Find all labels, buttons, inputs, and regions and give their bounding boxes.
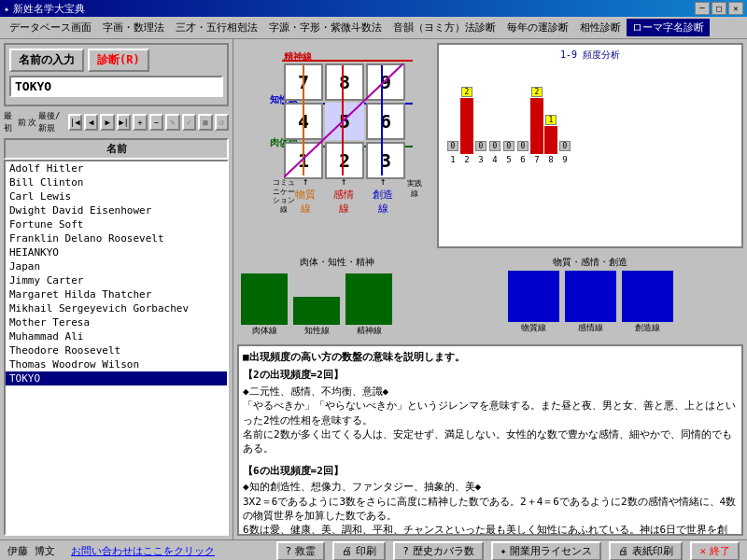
stop-button[interactable]: ■: [198, 114, 212, 131]
list-item[interactable]: Theodore Roosevelt: [6, 343, 227, 357]
title-buttons: ─ □ ✕: [695, 2, 743, 15]
next-button[interactable]: ▶: [100, 114, 114, 131]
bar-label-3: 3: [478, 155, 483, 164]
status-name: 伊藤 博文: [7, 544, 63, 558]
add-button[interactable]: +: [133, 114, 147, 131]
grid-cell-3: 3: [366, 142, 405, 179]
list-item[interactable]: Adolf Hitler: [6, 161, 227, 175]
green-bars-content: 肉体線 知性線 精神線: [241, 271, 433, 341]
blue-bar-souzou-bar: [622, 271, 673, 322]
blue-bar-kanjou-bar: [565, 271, 616, 322]
bar-group-9: 0 9: [558, 141, 571, 164]
menu-three-talents[interactable]: 三才・五行相剋法: [170, 19, 263, 36]
text-section-2-heading: 【6の出現頻度=2回】: [243, 464, 738, 478]
business-button[interactable]: ✦ 開業用ライセンス: [491, 541, 602, 560]
green-bar-chisei-label: 知性線: [304, 325, 330, 337]
grid-cell-6: 6: [366, 103, 405, 140]
list-item[interactable]: Bill Clinton: [6, 175, 227, 189]
help-button[interactable]: ? 救霊: [276, 541, 326, 560]
list-item[interactable]: Muhammad Ali: [6, 329, 227, 343]
bar-group-3: 0 3: [474, 141, 487, 164]
busshitsu-bottom: ↑ 物質線: [295, 175, 316, 216]
list-item[interactable]: Dwight David Eisenhower: [6, 203, 227, 217]
green-bar-nikutai: 肉体線: [241, 273, 288, 337]
list-item[interactable]: Carl Lewis: [6, 189, 227, 203]
menu-yearly[interactable]: 毎年の運診断: [501, 19, 574, 36]
list-item[interactable]: Thomas Woodrow Wilson: [6, 357, 227, 371]
end-button[interactable]: ✕ 終了: [690, 541, 740, 560]
minimize-button[interactable]: ─: [695, 2, 710, 15]
list-item[interactable]: Mikhail Sergeyevich Gorbachev: [6, 301, 227, 315]
print2-button[interactable]: 🖨 印刷: [332, 541, 386, 560]
bar-8: [544, 126, 557, 154]
name-list[interactable]: Adolf Hitler Bill Clinton Carl Lewis Dwi…: [4, 160, 229, 536]
text-section-2-content: ◆知的創造性、想像力、ファンタジー、抽象的、美◆ 3X2＝6であるように3数をさ…: [243, 480, 738, 536]
last-button[interactable]: ▶|: [117, 114, 131, 131]
text-area[interactable]: ■出現頻度の高い方の数盤の意味を説明します。 【2の出現頻度=2回】 ◆二元性、…: [237, 344, 743, 536]
print2-icon: 🖨: [342, 545, 352, 557]
first-button[interactable]: |◀: [68, 114, 82, 131]
blue-bars-section: 物質・感情・創造 物質線 感情線 創造線: [437, 252, 743, 341]
status-bar: 伊藤 博文 お問い合わせはここをクリック ? 救霊 🖨 印刷 ? 歴史カバラ数 …: [0, 539, 747, 560]
bar-label-6: 6: [520, 155, 525, 164]
menu-database[interactable]: データベース画面: [4, 19, 97, 36]
end-label: 終了: [710, 544, 730, 558]
bar-4: [488, 152, 501, 154]
name-input[interactable]: [9, 76, 223, 97]
prev-button[interactable]: ◀: [84, 114, 98, 131]
diagnose-button[interactable]: 診断(R): [88, 49, 149, 72]
number-grid-section: 精神線 知性線 肉体線 7 8 9 4 5 6 1 2: [237, 43, 433, 248]
main-content: 名前の入力 診断(R) 最初 前 次 最後/新規 |◀ ◀ ▶ ▶| + − ✎…: [0, 39, 747, 539]
green-bar-nikutai-bar: [241, 273, 288, 325]
business-label: 開業用ライセンス: [510, 544, 592, 558]
delete-button[interactable]: −: [149, 114, 163, 131]
blue-bars-content: 物質線 感情線 創造線: [441, 271, 740, 338]
grid-cell-9: 9: [366, 63, 405, 101]
list-item-selected[interactable]: TOKYO: [6, 371, 227, 385]
menu-kanji[interactable]: 字源・字形・紫微斗数法: [263, 19, 388, 36]
list-item[interactable]: Japan: [6, 259, 227, 273]
souzou-vline: [381, 65, 383, 175]
menu-compatibility[interactable]: 相性診断: [574, 19, 627, 36]
bar-chart: 0 1 2 2 0 3: [443, 63, 738, 166]
history-button[interactable]: ? 歴史カバラ数: [393, 541, 484, 560]
grid-cell-5-center: 5: [325, 103, 364, 140]
list-item[interactable]: HEIANKYO: [6, 245, 227, 259]
list-item[interactable]: Mother Teresa: [6, 315, 227, 329]
menu-strokes[interactable]: 字画・数理法: [97, 19, 170, 36]
input-section: 名前の入力 診断(R): [4, 43, 229, 106]
print-button[interactable]: 🖨 表紙印刷: [609, 541, 683, 560]
bar-value-5: 0: [503, 141, 514, 151]
text-section-1-heading: 【2の出現頻度=2回】: [243, 368, 738, 382]
history-icon: ?: [402, 545, 409, 557]
update-button[interactable]: ↺: [215, 114, 229, 131]
freq-chart-title: 1-9 頻度分析: [443, 49, 738, 62]
menu-roman[interactable]: ローマ字名診断: [627, 19, 710, 36]
green-bars-section: 肉体・知性・精神 肉体線 知性線 精神線: [237, 252, 433, 341]
list-item[interactable]: Fortune Soft: [6, 217, 227, 231]
register-button[interactable]: ✓: [182, 114, 196, 131]
list-item[interactable]: Jimmy Carter: [6, 273, 227, 287]
bar-group-7: 2 7: [530, 87, 543, 164]
list-container: 名前 Adolf Hitler Bill Clinton Carl Lewis …: [4, 138, 229, 536]
contact-link[interactable]: お問い合わせはここをクリック: [71, 544, 215, 558]
blue-bar-busshitsu: 物質線: [508, 271, 559, 334]
blue-bars-title: 物質・感情・創造: [441, 256, 740, 269]
menu-bar: データベース画面 字画・数理法 三才・五行相剋法 字源・字形・紫微斗数法 音韻（…: [0, 17, 747, 39]
list-header: 名前: [4, 138, 229, 160]
list-item[interactable]: Franklin Delano Roosevelt: [6, 231, 227, 245]
print-icon: 🖨: [618, 545, 628, 557]
print2-label: 印刷: [356, 544, 376, 558]
seishin-line: [282, 60, 413, 62]
bar-group-6: 0 6: [516, 141, 529, 164]
edit-button[interactable]: ✎: [165, 114, 179, 131]
green-bar-seishin-label: 精神線: [357, 325, 382, 337]
menu-phonetic[interactable]: 音韻（ヨミ方）法診断: [388, 19, 501, 36]
next-label: 次: [28, 117, 36, 129]
close-button[interactable]: ✕: [728, 2, 743, 15]
bar-value-4: 0: [489, 141, 500, 151]
green-bar-nikutai-label: 肉体線: [252, 325, 277, 337]
maximize-button[interactable]: □: [712, 2, 726, 15]
list-item[interactable]: Margaret Hilda Thatcher: [6, 287, 227, 301]
blue-bar-busshitsu-bar: [508, 271, 559, 322]
